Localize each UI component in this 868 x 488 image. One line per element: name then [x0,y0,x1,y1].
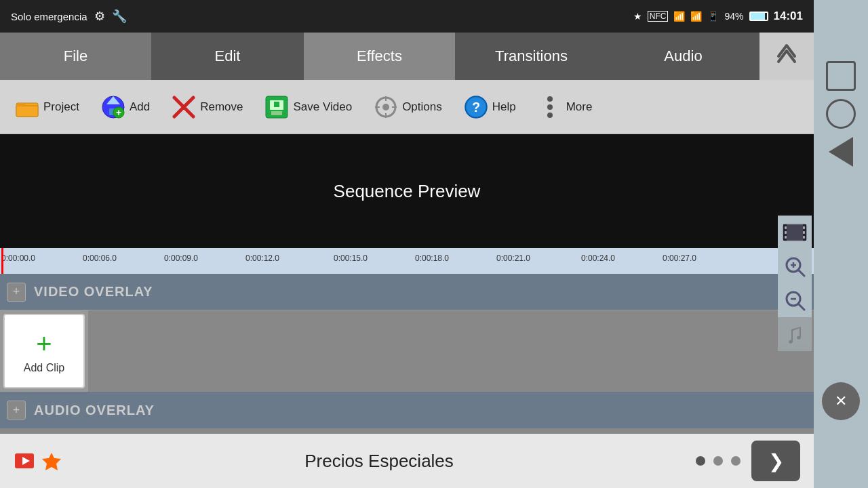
svg-text:?: ? [472,100,480,115]
ruler-mark-1: 0:00:06.0 [83,253,117,263]
tab-row: File Edit Effects Transitions Audio [0,33,814,80]
settings-icon: ⚙ [94,9,105,24]
save-video-button[interactable]: Save Video [255,89,361,125]
main-column: Solo emergencia ⚙ 🔧 ★ NFC 📶 📶 📱 94% 14:0… [0,0,814,488]
svg-line-39 [798,304,804,310]
time-display: 14:01 [774,9,803,23]
ruler-mark-4: 0:00:15.0 [334,253,368,263]
remove-label: Remove [200,100,243,114]
svg-rect-29 [785,231,787,234]
add-clip-label: Add Clip [24,362,64,374]
main-track: + Add Clip [0,310,814,392]
tab-audio[interactable]: Audio [608,33,760,80]
ruler-mark-5: 0:00:18.0 [415,253,449,263]
timeline-playhead [1,248,3,274]
status-right: ★ NFC 📶 📶 📱 94% 14:01 [633,9,803,23]
status-left: Solo emergencia ⚙ 🔧 [11,9,127,24]
ad-close-button[interactable]: ✕ [822,382,860,420]
zoom-in-button[interactable] [778,249,812,283]
music-button[interactable] [778,317,812,351]
svg-rect-1 [16,106,38,117]
ruler-mark-2: 0:00:09.0 [164,253,198,263]
audio-overlay-add-btn[interactable]: + [7,401,26,420]
tab-edit[interactable]: Edit [152,33,304,80]
battery-icon: 📱 [707,11,719,22]
ad-text-area: Precios Especiales [73,451,685,472]
main-track-content [88,310,814,392]
audio-overlay-track: + AUDIO OVERLAY [0,392,814,428]
ad-next-button[interactable]: ❯ [751,441,800,481]
svg-rect-28 [785,226,787,229]
help-button[interactable]: ? Help [454,89,526,125]
svg-point-24 [547,113,553,118]
options-label: Options [402,100,442,114]
timeline-ruler-inner: 0:00:00.0 0:00:06.0 0:00:09.0 0:00:12.0 … [1,248,814,274]
app-wrapper: Solo emergencia ⚙ 🔧 ★ NFC 📶 📶 📱 94% 14:0… [0,0,868,488]
ad-dot-1[interactable] [696,456,705,466]
svg-rect-16 [385,113,387,118]
preview-label: Sequence Preview [334,181,481,202]
ad-dot-2[interactable] [713,456,723,466]
app-name: Solo emergencia [11,11,87,22]
video-overlay-track: + VIDEO OVERLAY [0,274,814,310]
scroll-up-button[interactable] [760,33,814,80]
toolbar: Project + Add [0,80,814,134]
ruler-mark-6: 0:00:21.0 [496,253,530,263]
more-button[interactable]: More [528,89,602,125]
svg-point-23 [547,104,553,110]
ad-icon-2[interactable] [41,450,62,472]
save-video-icon [264,95,289,119]
ad-dot-3[interactable] [731,456,741,466]
project-label: Project [43,100,79,114]
more-icon [538,95,562,119]
ruler-mark-7: 0:00:24.0 [581,253,615,263]
svg-rect-12 [274,102,279,107]
wifi-icon: 📶 [690,11,702,22]
nav-square-button[interactable] [826,54,856,91]
ad-icon-1[interactable] [14,450,35,472]
ruler-mark-3: 0:00:12.0 [245,253,279,263]
svg-rect-15 [385,96,387,101]
zoom-out-button[interactable] [778,283,812,317]
timeline-ruler: 0:00:00.0 0:00:06.0 0:00:09.0 0:00:12.0 … [0,248,814,274]
status-bar: Solo emergencia ⚙ 🔧 ★ NFC 📶 📶 📱 94% 14:0… [0,0,814,33]
svg-rect-17 [375,106,380,108]
tab-transitions[interactable]: Transitions [456,33,608,80]
tab-bar: File Edit Effects Transitions Audio [0,33,760,80]
svg-rect-32 [803,231,805,234]
add-clip-button[interactable]: + Add Clip [3,314,85,388]
ruler-mark-0: 0:00:00.0 [1,253,35,263]
help-label: Help [492,100,516,114]
ad-text: Precios Especiales [304,451,454,472]
ruler-mark-8: 0:00:27.0 [663,253,696,263]
close-icon: ✕ [835,392,847,410]
filmstrip-button[interactable] [778,216,812,249]
nav-back-button[interactable] [829,137,853,167]
svg-point-14 [382,104,389,110]
battery-bar [749,12,768,21]
svg-rect-11 [271,111,282,115]
remove-button[interactable]: Remove [162,89,252,125]
svg-rect-31 [803,226,805,229]
svg-line-35 [798,270,804,276]
add-button[interactable]: + Add [92,89,159,125]
nav-circle-button[interactable] [826,99,856,129]
ad-bar: Precios Especiales ❯ [0,434,814,488]
project-button[interactable]: Project [5,89,89,125]
battery-percent: 94% [724,11,743,22]
nfc-icon: NFC [648,11,669,22]
remove-icon [172,95,196,119]
timeline-side-panel [776,216,814,351]
nav-triangle-icon [829,137,853,167]
wrench-icon: 🔧 [112,9,127,24]
svg-text:+: + [116,107,121,118]
add-label: Add [130,100,150,114]
tab-file[interactable]: File [0,33,152,80]
nav-square-icon [826,61,856,91]
ad-dots [696,456,741,466]
svg-rect-30 [785,236,787,239]
bluetooth-icon: ★ [633,11,642,22]
video-overlay-add-btn[interactable]: + [7,283,26,302]
options-button[interactable]: Options [364,89,452,125]
tab-effects[interactable]: Effects [304,33,456,80]
